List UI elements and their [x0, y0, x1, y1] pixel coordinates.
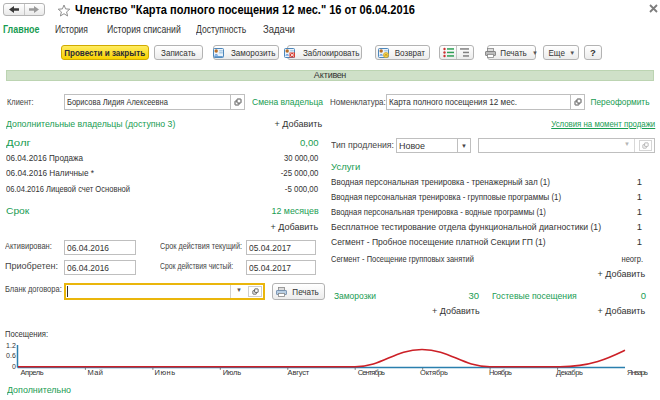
svg-text:0.6: 0.6	[6, 352, 16, 359]
svg-text:1.2: 1.2	[6, 342, 16, 349]
svg-text:Июнь: Июнь	[155, 368, 176, 377]
svg-text:Август: Август	[288, 368, 310, 377]
svg-text:Апрель: Апрель	[21, 368, 44, 377]
svg-text:0: 0	[12, 363, 16, 370]
svg-text:Октябрь: Октябрь	[420, 368, 448, 377]
svg-text:Январь: Январь	[627, 368, 648, 377]
svg-text:Июль: Июль	[223, 368, 242, 377]
svg-text:Ноябрь: Ноябрь	[489, 368, 512, 377]
svg-text:Декабрь: Декабрь	[556, 368, 583, 377]
svg-text:Сентябрь: Сентябрь	[358, 368, 385, 377]
svg-text:Май: Май	[88, 368, 103, 377]
